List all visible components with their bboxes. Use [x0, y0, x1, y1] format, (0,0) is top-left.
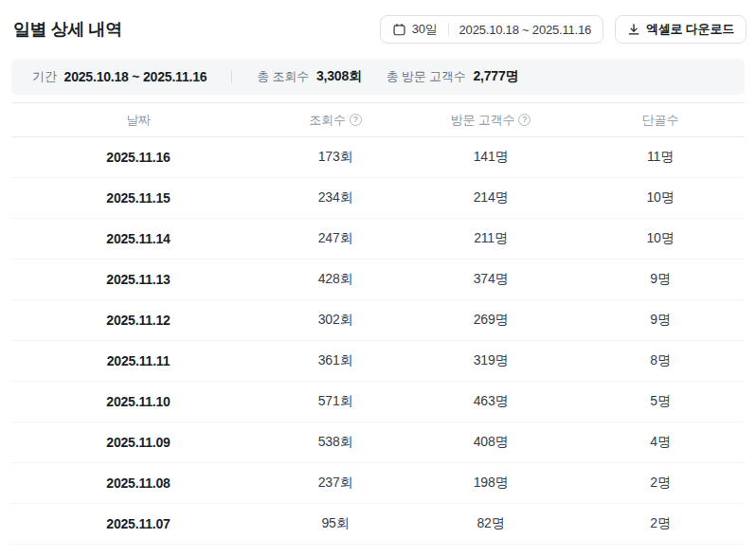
- cell-visitors: 211명: [405, 219, 576, 260]
- table-header-row: 날짜 조회수 ? 방문 고객수 ? 단골수: [11, 103, 745, 137]
- cell-date: 2025.11.13: [11, 260, 265, 300]
- calendar-icon: [392, 23, 406, 37]
- table-row: 2025.11.13428회374명9명: [11, 260, 745, 300]
- cell-date: 2025.11.08: [11, 463, 265, 504]
- excel-download-button[interactable]: 엑셀로 다운로드: [615, 15, 747, 44]
- cell-visitors: 214명: [405, 178, 576, 219]
- help-icon[interactable]: ?: [518, 114, 531, 126]
- cell-views: 571회: [265, 382, 405, 422]
- cell-date: 2025.11.15: [11, 178, 265, 219]
- column-header-regulars: 단골수: [576, 103, 745, 137]
- cell-date: 2025.11.09: [11, 422, 265, 463]
- column-header-date-label: 날짜: [126, 112, 151, 129]
- cell-views: 428회: [265, 260, 405, 300]
- table-row: 2025.11.15234회214명10명: [11, 178, 745, 219]
- table-row: 2025.11.10571회463명5명: [11, 382, 745, 422]
- table-row: 2025.11.14247회211명10명: [11, 219, 745, 260]
- table-row: 2025.11.08237회198명2명: [11, 463, 745, 504]
- cell-visitors: 82명: [405, 504, 576, 545]
- cell-date: 2025.11.11: [11, 341, 265, 382]
- date-range-button[interactable]: 30일 2025.10.18 ~ 2025.11.16: [380, 15, 603, 44]
- cell-views: 95회: [265, 504, 405, 545]
- cell-visitors: 141명: [405, 137, 576, 178]
- cell-date: 2025.11.12: [11, 300, 265, 341]
- cell-visitors: 319명: [405, 341, 576, 382]
- table-row: 2025.11.16173회141명11명: [11, 137, 745, 178]
- help-icon[interactable]: ?: [350, 114, 362, 126]
- cell-regulars: 4명: [576, 422, 745, 463]
- table-body: 2025.11.16173회141명11명2025.11.15234회214명1…: [11, 137, 745, 545]
- cell-regulars: 2명: [576, 504, 745, 545]
- cell-views: 361회: [265, 341, 405, 382]
- cell-date: 2025.11.16: [11, 137, 265, 178]
- daily-stats-table: 날짜 조회수 ? 방문 고객수 ? 단골수: [11, 102, 745, 545]
- cell-views: 237회: [265, 463, 405, 504]
- cell-views: 302회: [265, 300, 405, 341]
- column-header-visitors: 방문 고객수 ?: [405, 103, 576, 137]
- cell-regulars: 10명: [576, 219, 745, 260]
- cell-views: 247회: [265, 219, 405, 260]
- cell-visitors: 198명: [405, 463, 576, 504]
- column-header-views: 조회수 ?: [265, 103, 405, 137]
- period-range-text: 2025.10.18 ~ 2025.11.16: [459, 23, 591, 37]
- cell-visitors: 463명: [405, 382, 576, 422]
- cell-regulars: 8명: [576, 341, 745, 382]
- cell-regulars: 9명: [576, 300, 745, 341]
- table-row: 2025.11.12302회269명9명: [11, 300, 745, 341]
- cell-views: 538회: [265, 422, 405, 463]
- button-divider: [448, 24, 449, 36]
- summary-divider: [231, 70, 232, 83]
- column-header-views-label: 조회수: [309, 112, 345, 129]
- period-chip-label: 30일: [412, 21, 438, 38]
- cell-regulars: 9명: [576, 260, 745, 300]
- total-visitors-value: 2,777명: [473, 68, 518, 85]
- total-views-value: 3,308회: [316, 68, 362, 85]
- column-header-visitors-label: 방문 고객수: [451, 112, 514, 129]
- cell-views: 173회: [265, 137, 405, 178]
- page-title: 일별 상세 내역: [13, 18, 122, 41]
- cell-regulars: 2명: [576, 463, 745, 504]
- download-label: 엑셀로 다운로드: [646, 21, 734, 38]
- cell-date: 2025.11.07: [11, 504, 265, 545]
- cell-views: 234회: [265, 178, 405, 219]
- cell-regulars: 5명: [576, 382, 745, 422]
- column-header-regulars-label: 단골수: [642, 112, 678, 129]
- table-row: 2025.11.11361회319명8명: [11, 341, 745, 382]
- table-row: 2025.11.09538회408명4명: [11, 422, 745, 463]
- header-controls: 30일 2025.10.18 ~ 2025.11.16 엑셀로 다운로드: [380, 15, 747, 44]
- cell-date: 2025.11.10: [11, 382, 265, 422]
- period-label: 기간: [32, 68, 57, 85]
- cell-date: 2025.11.14: [11, 219, 265, 260]
- total-visitors-label: 총 방문 고객수: [387, 68, 466, 85]
- daily-detail-page: 일별 상세 내역 30일 2025.10.18 ~ 2025.11.16: [0, 0, 756, 545]
- cell-visitors: 269명: [405, 300, 576, 341]
- summary-bar: 기간 2025.10.18 ~ 2025.11.16 총 조회수 3,308회 …: [11, 59, 745, 95]
- cell-visitors: 408명: [405, 422, 576, 463]
- total-views-label: 총 조회수: [257, 68, 309, 85]
- cell-regulars: 10명: [576, 178, 745, 219]
- cell-regulars: 11명: [576, 137, 745, 178]
- page-header: 일별 상세 내역 30일 2025.10.18 ~ 2025.11.16: [0, 0, 756, 59]
- table-row: 2025.11.0795회82명2명: [11, 504, 745, 545]
- column-header-date: 날짜: [11, 103, 265, 137]
- period-value: 2025.10.18 ~ 2025.11.16: [64, 69, 207, 84]
- cell-visitors: 374명: [405, 260, 576, 300]
- download-icon: [627, 23, 640, 36]
